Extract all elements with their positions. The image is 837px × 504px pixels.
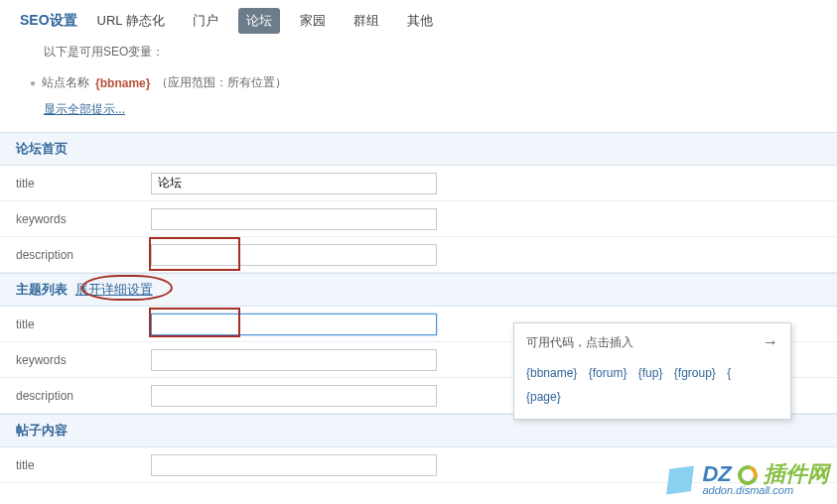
page-title: SEO设置 [20,12,77,30]
watermark-cn: 插件网 [764,461,829,486]
code-page[interactable]: {page} [526,390,561,404]
keywords-input[interactable] [151,208,437,230]
section-title: 论坛首页 [16,141,68,156]
tab-home[interactable]: 家园 [292,8,334,34]
tab-other[interactable]: 其他 [399,8,441,34]
title-input-focused[interactable] [151,314,437,335]
variable-scope: （应用范围：所有位置） [156,74,287,91]
code-fup[interactable]: {fup} [638,366,663,380]
section-header-forum-index: 论坛首页 [0,132,837,166]
watermark-dz: DZ [702,461,731,486]
form-row-description: description [0,237,837,273]
section-forum-index: 论坛首页 title keywords description [0,132,837,273]
tooltip-title: 可用代码，点击插入 [526,334,633,351]
tab-forum[interactable]: 论坛 [238,8,280,34]
code-bbname[interactable]: {bbname} [526,366,577,380]
code-fgroup[interactable]: {fgroup} [674,366,716,380]
section-header-thread-list: 主题列表 展开详细设置 [0,273,837,307]
tooltip-codes: {bbname} {forum} {fup} {fgroup} { {page} [526,361,778,409]
tab-portal[interactable]: 门户 [185,8,226,34]
show-all-link[interactable]: 显示全部提示... [44,102,125,116]
instructions-block: 以下是可用SEO变量： ● 站点名称 {bbname} （应用范围：所有位置） … [0,44,837,118]
form-row-title: title [0,166,837,201]
section-title: 帖子内容 [16,423,68,438]
title-input[interactable] [151,173,437,194]
watermark-brand: DZ 插件网 [702,463,829,485]
intro-text: 以下是可用SEO变量： [44,44,793,61]
field-label: keywords [16,353,151,367]
watermark: DZ 插件网 addon.dismall.com [668,463,829,496]
keywords-input[interactable] [151,349,437,371]
code-forum[interactable]: {forum} [589,366,628,380]
watermark-domain: addon.dismall.com [702,485,829,496]
code-tooltip: 可用代码，点击插入 → {bbname} {forum} {fup} {fgro… [513,322,791,420]
tab-group[interactable]: 群组 [346,8,387,34]
variable-code: {bbname} [95,76,150,90]
variable-line: ● 站点名称 {bbname} （应用范围：所有位置） [30,74,793,91]
title-input[interactable] [151,454,437,476]
field-label: title [16,317,151,331]
code-sep: { [727,366,731,380]
field-label: description [16,389,151,403]
tooltip-header: 可用代码，点击插入 → [526,333,778,351]
section-title: 主题列表 [16,282,68,297]
variable-label: 站点名称 [42,74,89,91]
top-tabs: SEO设置 URL 静态化 门户 论坛 家园 群组 其他 [0,0,837,44]
arrow-right-icon[interactable]: → [763,333,778,351]
bullet-icon: ● [30,77,36,88]
expand-detail-link[interactable]: 展开详细设置 [73,282,155,297]
paper-plane-icon [666,465,694,494]
description-input[interactable] [151,244,437,266]
tab-url-static[interactable]: URL 静态化 [89,8,173,34]
form-row-keywords: keywords [0,201,837,237]
description-input[interactable] [151,385,437,407]
watermark-text: DZ 插件网 addon.dismall.com [702,463,829,496]
field-label: description [16,248,151,262]
field-label: title [16,458,151,472]
field-label: keywords [16,212,151,226]
field-label: title [16,177,151,190]
